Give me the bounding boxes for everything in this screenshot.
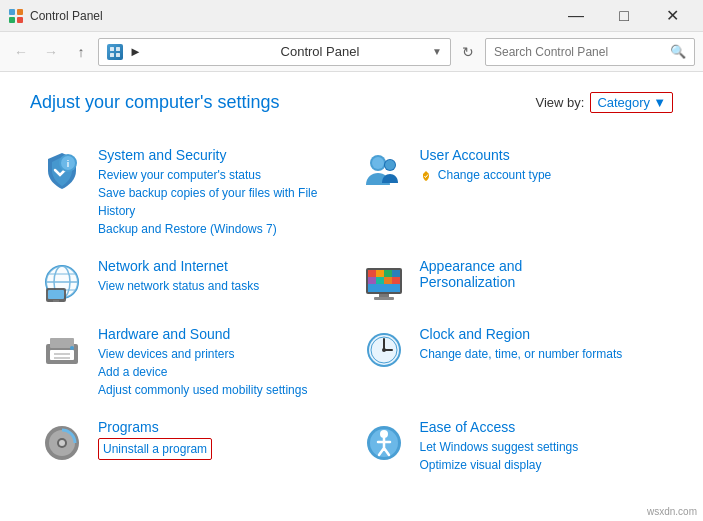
- search-box[interactable]: 🔍: [485, 38, 695, 66]
- ease-of-access-content: Ease of Access Let Windows suggest setti…: [420, 419, 666, 474]
- svg-rect-40: [54, 353, 70, 355]
- svg-rect-32: [384, 277, 392, 284]
- svg-rect-0: [9, 9, 15, 15]
- forward-button[interactable]: →: [38, 39, 64, 65]
- svg-rect-35: [379, 294, 389, 297]
- programs-link-uninstall[interactable]: Uninstall a program: [98, 438, 212, 460]
- breadcrumb-separator: ►: [129, 44, 275, 59]
- svg-rect-1: [17, 9, 23, 15]
- system-security-link-3[interactable]: Backup and Restore (Windows 7): [98, 220, 344, 238]
- ease-link-1[interactable]: Let Windows suggest settings: [420, 438, 666, 456]
- refresh-button[interactable]: ↻: [455, 39, 481, 65]
- watermark: wsxdn.com: [647, 506, 697, 517]
- appearance-content: Appearance andPersonalization: [420, 258, 666, 293]
- svg-rect-27: [376, 270, 384, 277]
- appearance-icon: [360, 258, 408, 306]
- svg-rect-33: [392, 277, 400, 284]
- system-security-link-2[interactable]: Save backup copies of your files with Fi…: [98, 184, 344, 220]
- title-bar-controls: — □ ✕: [553, 0, 695, 32]
- svg-rect-36: [374, 297, 394, 300]
- address-icon: [107, 44, 123, 60]
- category-hardware-sound: Hardware and Sound View devices and prin…: [30, 316, 352, 409]
- title-bar-left: Control Panel: [8, 8, 103, 24]
- minimize-button[interactable]: —: [553, 0, 599, 32]
- svg-rect-38: [50, 338, 74, 348]
- svg-rect-5: [116, 47, 120, 51]
- svg-rect-41: [54, 357, 70, 359]
- svg-rect-31: [376, 277, 384, 284]
- svg-point-13: [372, 157, 384, 169]
- ease-of-access-title[interactable]: Ease of Access: [420, 419, 666, 435]
- svg-point-52: [59, 440, 65, 446]
- close-button[interactable]: ✕: [649, 0, 695, 32]
- category-ease-of-access: Ease of Access Let Windows suggest setti…: [352, 409, 674, 484]
- category-programs: Programs Uninstall a program: [30, 409, 352, 484]
- svg-rect-6: [110, 53, 114, 57]
- user-accounts-icon: [360, 147, 408, 195]
- address-text: Control Panel: [281, 44, 427, 59]
- svg-rect-26: [368, 270, 376, 277]
- category-clock-region: Clock and Region Change date, time, or n…: [352, 316, 674, 409]
- main-content: Adjust your computer's settings View by:…: [0, 72, 703, 521]
- search-icon[interactable]: 🔍: [670, 44, 686, 59]
- programs-icon: [38, 419, 86, 467]
- app-icon: [8, 8, 24, 24]
- svg-rect-22: [48, 290, 64, 299]
- ease-link-2[interactable]: Optimize visual display: [420, 456, 666, 474]
- ease-of-access-icon: [360, 419, 408, 467]
- programs-title[interactable]: Programs: [98, 419, 344, 435]
- hardware-link-2[interactable]: Add a device: [98, 363, 344, 381]
- address-box[interactable]: ► Control Panel ▼: [98, 38, 451, 66]
- clock-region-title[interactable]: Clock and Region: [420, 326, 666, 342]
- view-by-dropdown[interactable]: Category ▼: [590, 92, 673, 113]
- address-dropdown-arrow[interactable]: ▼: [432, 46, 442, 57]
- up-button[interactable]: ↑: [68, 39, 94, 65]
- system-security-icon: i: [38, 147, 86, 195]
- network-internet-link-1[interactable]: View network status and tasks: [98, 277, 344, 295]
- window-title: Control Panel: [30, 9, 103, 23]
- category-appearance: Appearance andPersonalization: [352, 248, 674, 316]
- system-security-link-1[interactable]: Review your computer's status: [98, 166, 344, 184]
- hardware-sound-title[interactable]: Hardware and Sound: [98, 326, 344, 342]
- appearance-title[interactable]: Appearance andPersonalization: [420, 258, 666, 290]
- view-by-arrow: ▼: [653, 95, 666, 110]
- user-accounts-title[interactable]: User Accounts: [420, 147, 666, 163]
- back-button[interactable]: ←: [8, 39, 34, 65]
- svg-rect-2: [9, 17, 15, 23]
- svg-point-42: [70, 346, 74, 350]
- clock-region-icon: [360, 326, 408, 374]
- svg-point-14: [385, 160, 395, 170]
- hardware-link-3[interactable]: Adjust commonly used mobility settings: [98, 381, 344, 399]
- page-title: Adjust your computer's settings: [30, 92, 280, 113]
- network-internet-title[interactable]: Network and Internet: [98, 258, 344, 274]
- hardware-sound-content: Hardware and Sound View devices and prin…: [98, 326, 344, 399]
- category-network-internet: Network and Internet View network status…: [30, 248, 352, 316]
- search-input[interactable]: [494, 45, 666, 59]
- svg-rect-29: [392, 270, 400, 277]
- maximize-button[interactable]: □: [601, 0, 647, 32]
- hardware-link-1[interactable]: View devices and printers: [98, 345, 344, 363]
- address-bar: ← → ↑ ► Control Panel ▼ ↻ 🔍: [0, 32, 703, 72]
- network-internet-content: Network and Internet View network status…: [98, 258, 344, 295]
- svg-rect-28: [384, 270, 392, 277]
- clock-region-content: Clock and Region Change date, time, or n…: [420, 326, 666, 363]
- user-accounts-content: User Accounts Change account type: [420, 147, 666, 184]
- view-by-label: View by:: [535, 95, 584, 110]
- svg-rect-4: [110, 47, 114, 51]
- svg-rect-3: [17, 17, 23, 23]
- clock-region-link-1[interactable]: Change date, time, or number formats: [420, 345, 666, 363]
- user-accounts-link-1[interactable]: Change account type: [420, 166, 666, 184]
- page-header: Adjust your computer's settings View by:…: [30, 92, 673, 113]
- category-system-security: i System and Security Review your comput…: [30, 137, 352, 248]
- view-by-container: View by: Category ▼: [535, 92, 673, 113]
- svg-rect-34: [368, 284, 400, 292]
- system-security-title[interactable]: System and Security: [98, 147, 344, 163]
- svg-rect-30: [368, 277, 376, 284]
- network-internet-icon: [38, 258, 86, 306]
- view-by-value: Category: [597, 95, 650, 110]
- categories-grid: i System and Security Review your comput…: [30, 137, 673, 484]
- svg-rect-23: [53, 300, 59, 302]
- system-security-content: System and Security Review your computer…: [98, 147, 344, 238]
- svg-rect-7: [116, 53, 120, 57]
- category-user-accounts: User Accounts Change account type: [352, 137, 674, 248]
